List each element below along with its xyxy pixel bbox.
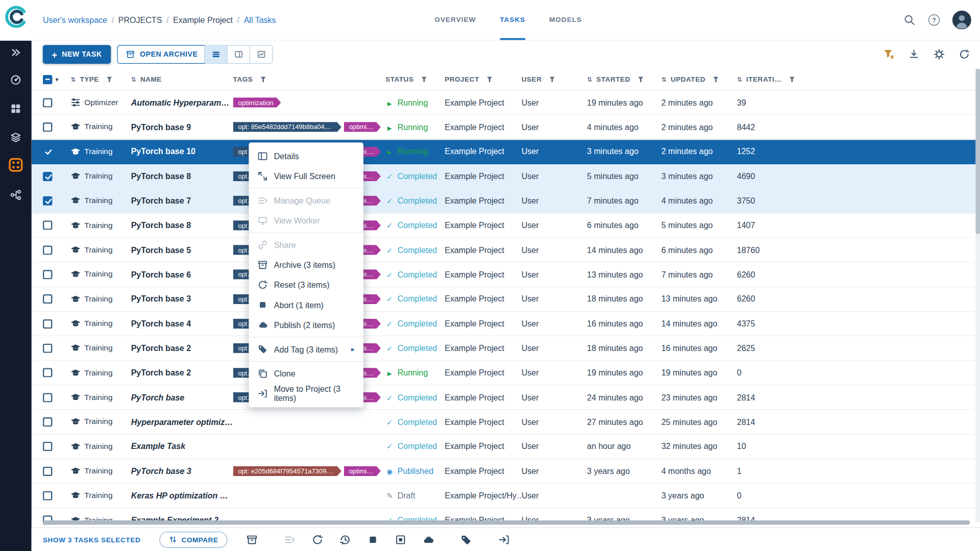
row-checkbox[interactable] <box>43 368 53 378</box>
projects-icon[interactable] <box>8 101 23 116</box>
compare-button[interactable]: COMPARE <box>159 531 228 547</box>
row-checkbox[interactable] <box>43 393 53 402</box>
row-checkbox[interactable] <box>43 98 53 107</box>
view-graph-button[interactable] <box>250 45 272 63</box>
menu-item-view-full-screen[interactable]: View Full Screen <box>249 166 363 186</box>
sort-icon[interactable] <box>587 76 593 83</box>
row-checkbox[interactable] <box>43 245 53 255</box>
sort-icon[interactable] <box>737 76 743 83</box>
menu-item-add-tag[interactable]: Add Tag (3 items) <box>249 339 363 359</box>
row-checkbox[interactable] <box>43 171 53 181</box>
table-row[interactable]: Training Example Task Completed Example … <box>32 435 980 459</box>
row-checkbox[interactable] <box>43 122 53 132</box>
vertical-scrollbar-thumb[interactable] <box>975 69 980 234</box>
expand-sidebar-icon[interactable] <box>8 45 23 60</box>
help-icon[interactable] <box>928 14 940 26</box>
settings-icon[interactable] <box>934 49 945 60</box>
row-checkbox[interactable] <box>43 196 53 205</box>
tab-overview[interactable]: OVERVIEW <box>434 0 476 40</box>
filter-icon[interactable] <box>789 77 795 82</box>
menu-item-clone[interactable]: Clone <box>249 364 363 384</box>
row-checkbox[interactable] <box>43 466 53 475</box>
filter-icon[interactable] <box>260 77 266 82</box>
task-name[interactable]: PyTorch base 4 <box>131 319 191 328</box>
task-name[interactable]: PyTorch base 3 <box>131 294 191 304</box>
column-header-updated[interactable]: UPDATED <box>662 76 737 83</box>
add-tag-icon[interactable] <box>461 534 472 545</box>
table-row[interactable]: Training PyTorch base 2 opt… optimi… Com… <box>32 336 980 361</box>
task-name[interactable]: PyTorch base 3 <box>131 466 191 475</box>
clearml-logo[interactable] <box>5 5 29 29</box>
table-row[interactable]: Training PyTorch base 3 opt: e205d684f79… <box>32 459 980 484</box>
breadcrumb-projects[interactable]: PROJECTS <box>118 15 162 24</box>
row-checkbox[interactable] <box>43 147 53 156</box>
move-to-project-icon[interactable] <box>499 534 510 545</box>
row-checkbox[interactable] <box>43 442 53 451</box>
datasets-icon[interactable] <box>8 130 23 145</box>
filter-icon[interactable] <box>549 77 555 82</box>
view-info-button[interactable] <box>227 45 250 63</box>
task-name[interactable]: PyTorch base 9 <box>131 122 191 132</box>
task-name[interactable]: PyTorch base 7 <box>131 196 191 205</box>
archive-icon[interactable] <box>247 534 258 545</box>
pipelines-icon[interactable] <box>8 187 23 202</box>
breadcrumb-project[interactable]: Example Project <box>173 15 233 24</box>
filter-icon[interactable] <box>107 77 112 82</box>
vertical-scrollbar[interactable] <box>975 69 980 522</box>
table-row[interactable]: Training PyTorch base 6 opt… optimi… Com… <box>32 263 980 287</box>
menu-item-archive[interactable]: Archive (3 items) <box>249 255 363 275</box>
menu-item-move-to-project[interactable]: Move to Project (3 items) <box>249 384 363 404</box>
task-name[interactable]: PyTorch base <box>131 393 185 402</box>
abort-all-children-icon[interactable] <box>395 534 406 545</box>
tab-tasks[interactable]: TASKS <box>500 0 525 40</box>
table-row[interactable]: Training Keras HP optimization base Draf… <box>32 484 980 508</box>
menu-item-reset[interactable]: Reset (3 items) <box>249 275 363 295</box>
row-checkbox[interactable] <box>43 491 53 500</box>
row-checkbox[interactable] <box>43 417 53 427</box>
task-name[interactable]: PyTorch base 8 <box>131 171 191 181</box>
experiments-icon-active[interactable] <box>8 158 23 172</box>
task-name[interactable]: Automatic Hyperparamete… <box>131 98 233 107</box>
new-task-button[interactable]: NEW TASK <box>43 45 111 64</box>
abort-icon[interactable] <box>368 534 379 545</box>
tab-models[interactable]: MODELS <box>549 0 582 40</box>
task-name[interactable]: PyTorch base 2 <box>131 368 191 378</box>
publish-icon[interactable] <box>423 534 434 545</box>
table-row[interactable]: Optimizer Automatic Hyperparamete… optim… <box>32 91 980 115</box>
reset-icon[interactable] <box>340 534 351 545</box>
sort-icon[interactable] <box>70 76 76 83</box>
column-header-user[interactable]: USER <box>522 76 587 83</box>
auto-refresh-icon[interactable] <box>959 49 970 60</box>
view-table-button[interactable] <box>205 45 227 63</box>
task-name[interactable]: PyTorch base 2 <box>131 343 191 353</box>
download-icon[interactable] <box>908 49 919 60</box>
table-row[interactable]: Training PyTorch base 4 opt… optimi… Com… <box>32 312 980 336</box>
menu-item-abort[interactable]: Abort (1 item) <box>249 295 363 315</box>
column-header-project[interactable]: PROJECT <box>445 76 522 83</box>
filter-icon[interactable] <box>421 77 427 82</box>
select-all-checkbox[interactable] <box>43 74 53 84</box>
user-avatar[interactable] <box>952 11 971 30</box>
dashboard-icon[interactable] <box>8 72 23 87</box>
breadcrumb-workspace[interactable]: User's workspace <box>43 15 107 24</box>
column-header-status[interactable]: STATUS <box>385 76 445 83</box>
task-name[interactable]: PyTorch base 6 <box>131 270 191 279</box>
task-name[interactable]: PyTorch base 10 <box>131 147 195 156</box>
row-checkbox[interactable] <box>43 343 53 353</box>
sort-icon[interactable] <box>131 76 137 83</box>
task-name[interactable]: Hyperparameter optimizati… <box>131 417 233 427</box>
table-row[interactable]: Training PyTorch base opt… optimi… Compl… <box>32 385 980 410</box>
row-checkbox[interactable] <box>43 270 53 279</box>
table-row[interactable]: Training PyTorch base 9 opt: 85e5482ddd7… <box>32 115 980 140</box>
column-header-iterations[interactable]: ITERATI… <box>737 76 819 83</box>
table-row[interactable]: Training PyTorch base 2 opt… optimi… Run… <box>32 361 980 385</box>
row-checkbox[interactable] <box>43 319 53 328</box>
breadcrumb-all-tasks[interactable]: All Tasks <box>244 15 276 24</box>
column-header-started[interactable]: STARTED <box>587 76 662 83</box>
column-header-tags[interactable]: TAGS <box>233 76 386 83</box>
column-header-type[interactable]: TYPE <box>70 76 131 83</box>
filter-icon[interactable] <box>713 77 719 82</box>
search-icon[interactable] <box>903 14 916 26</box>
table-row[interactable]: Training PyTorch base 10 opt… optimi… Ru… <box>32 140 980 164</box>
refresh-icon[interactable] <box>312 534 323 545</box>
